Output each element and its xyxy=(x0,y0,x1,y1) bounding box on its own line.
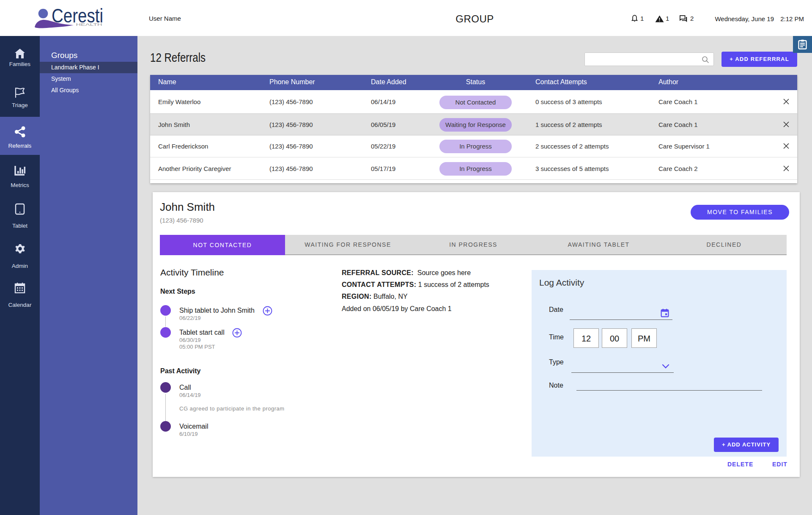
svg-text:HEALTH: HEALTH xyxy=(76,22,102,27)
